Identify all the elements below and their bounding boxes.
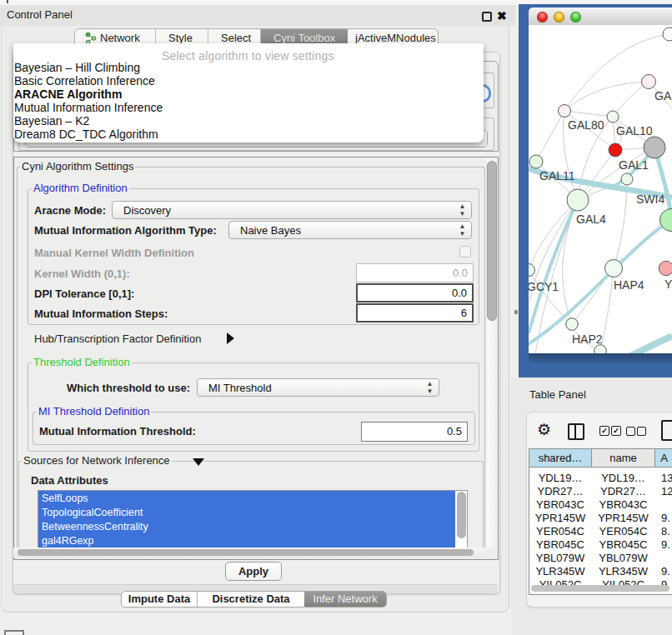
svg-text:GAL11: GAL11 (539, 169, 575, 182)
svg-text:YE: YE (664, 278, 672, 291)
svg-text:GAL1: GAL1 (619, 158, 649, 172)
svg-text:HAP4: HAP4 (614, 278, 644, 292)
svg-text:HAP2: HAP2 (572, 332, 603, 346)
svg-text:GAL7: GAL7 (654, 89, 672, 102)
svg-text:GAL80: GAL80 (568, 118, 604, 132)
svg-text:SWI4: SWI4 (636, 192, 664, 206)
svg-text:GAL4: GAL4 (576, 212, 606, 226)
svg-text:GAL10: GAL10 (616, 124, 653, 138)
svg-text:GCY1: GCY1 (529, 280, 559, 293)
